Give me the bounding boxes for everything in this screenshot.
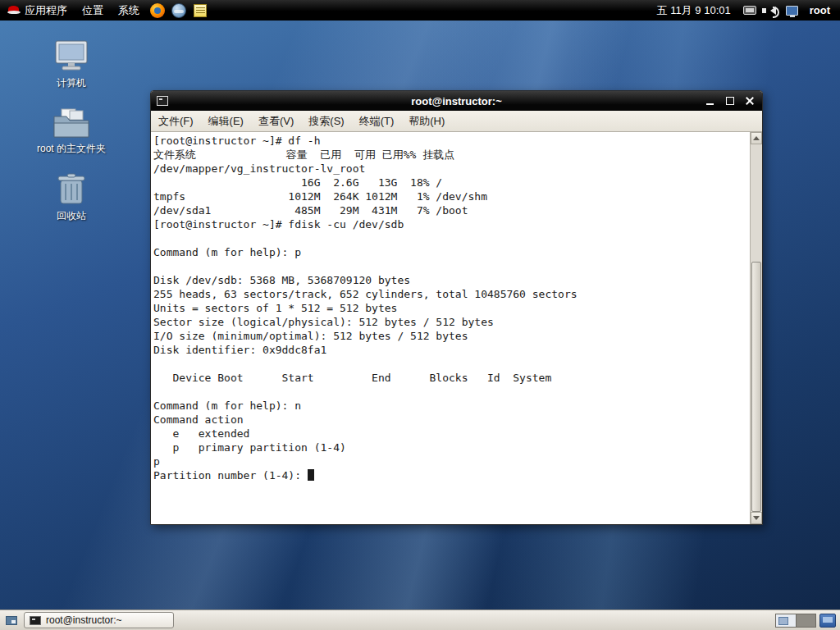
terminal-output-line: 255 heads, 63 sectors/track, 652 cylinde… — [153, 287, 748, 301]
terminal-prompt-text: Partition number (1-4): — [153, 469, 308, 482]
terminal-output: [root@instructor ~]# df -h文件系统 容量 已用 可用 … — [153, 134, 748, 524]
terminal-menubar: 文件(F)编辑(E)查看(V)搜索(S)终端(T)帮助(H) — [151, 111, 762, 132]
terminal-output-line — [153, 259, 748, 273]
maximize-icon[interactable] — [725, 96, 735, 106]
terminal-menu-item[interactable]: 帮助(H) — [401, 111, 452, 132]
taskbar-window-label: root@instructor:~ — [46, 614, 122, 626]
desktop: 应用程序 位置 系统 五 11月 9 10:01 root — [0, 0, 840, 630]
scrollbar-thumb[interactable] — [751, 262, 761, 512]
terminal-menu-item[interactable]: 终端(T) — [352, 111, 402, 132]
monitor-applet-icon[interactable] — [819, 614, 836, 628]
terminal-output-lines: [root@instructor ~]# df -h文件系统 容量 已用 可用 … — [153, 134, 748, 468]
terminal-output-line: /dev/sda1 485M 29M 431M 7% /boot — [153, 203, 748, 217]
computer-icon — [52, 39, 91, 74]
terminal-current-line: Partition number (1-4): — [153, 468, 748, 482]
workspace-2[interactable] — [796, 614, 815, 627]
terminal-output-line — [153, 385, 748, 399]
close-icon[interactable] — [745, 96, 755, 106]
workspace-1[interactable] — [776, 614, 796, 627]
terminal-menu-item[interactable]: 文件(F) — [151, 111, 201, 132]
trash-icon — [53, 172, 89, 207]
arrow-up-icon — [753, 133, 760, 140]
scroll-up-button[interactable] — [751, 132, 762, 144]
firefox-launcher[interactable] — [147, 0, 168, 21]
screen-icon — [743, 6, 756, 15]
terminal-scrollbar[interactable] — [750, 132, 762, 524]
terminal-output-line: Command (m for help): n — [153, 399, 748, 413]
volume-icon — [766, 7, 776, 15]
display-indicator[interactable] — [782, 0, 803, 21]
terminal-output-line: Disk /dev/sdb: 5368 MB, 5368709120 bytes — [153, 273, 748, 287]
terminal-output-line: Disk identifier: 0x9ddc8fa1 — [153, 343, 748, 357]
terminal-output-line: e extended — [153, 427, 748, 441]
clock[interactable]: 五 11月 9 10:01 — [649, 3, 739, 18]
minimize-icon[interactable] — [705, 96, 715, 106]
system-menu[interactable]: 系统 — [111, 0, 147, 21]
firefox-icon — [150, 3, 165, 18]
screen-indicator[interactable] — [739, 0, 760, 21]
show-desktop-button[interactable] — [2, 612, 21, 628]
terminal-output-line: 16G 2.6G 13G 18% / — [153, 176, 748, 189]
places-menu[interactable]: 位置 — [75, 0, 111, 21]
terminal-cursor — [308, 469, 314, 481]
terminal-area[interactable]: [root@instructor ~]# df -h文件系统 容量 已用 可用 … — [151, 132, 762, 524]
terminal-output-line: Device Boot Start End Blocks Id System — [153, 371, 748, 385]
terminal-task-icon — [30, 616, 41, 625]
window-controls — [705, 96, 762, 106]
desktop-icon-label: 计算机 — [57, 77, 86, 89]
terminal-menu-item[interactable]: 查看(V) — [251, 111, 301, 132]
terminal-menu-item[interactable]: 搜索(S) — [301, 111, 351, 132]
applications-menu-label: 应用程序 — [25, 3, 67, 18]
terminal-window: root@instructor:~ 文件(F)编辑(E)查看(V)搜索(S)终端… — [150, 90, 763, 525]
note-icon — [194, 4, 207, 17]
terminal-output-line: Command action — [153, 413, 748, 427]
applications-menu[interactable]: 应用程序 — [0, 0, 75, 21]
terminal-output-line: p — [153, 454, 748, 468]
workspace-switcher — [775, 614, 816, 628]
terminal-output-line: [root@instructor ~]# fdisk -cu /dev/sdb — [153, 217, 748, 231]
arrow-down-icon — [753, 516, 760, 523]
show-desktop-icon — [6, 616, 17, 625]
desktop-icon-home-folder[interactable]: root 的主文件夹 — [26, 107, 116, 155]
notes-launcher[interactable] — [189, 0, 211, 21]
top-panel: 应用程序 位置 系统 五 11月 9 10:01 root — [0, 0, 840, 21]
terminal-output-line: Units = sectors of 1 * 512 = 512 bytes — [153, 301, 748, 315]
volume-indicator[interactable] — [760, 0, 782, 21]
terminal-output-line: 文件系统 容量 已用 可用 已用%% 挂载点 — [153, 148, 748, 162]
terminal-output-line — [153, 231, 748, 245]
terminal-output-line: Command (m for help): p — [153, 245, 748, 259]
terminal-output-line: /dev/mapper/vg_instructor-lv_root — [153, 162, 748, 176]
desktop-icon-label: 回收站 — [57, 210, 86, 222]
taskbar-window-button[interactable]: root@instructor:~ — [24, 612, 174, 628]
desktop-icon-computer[interactable]: 计算机 — [26, 39, 116, 89]
home-folder-icon — [52, 107, 91, 139]
scroll-down-button[interactable] — [751, 512, 762, 524]
system-menu-label: 系统 — [118, 3, 139, 18]
user-switcher[interactable]: root — [803, 4, 840, 16]
display-icon — [786, 6, 798, 16]
terminal-output-line — [153, 357, 748, 371]
terminal-menu-item[interactable]: 编辑(E) — [201, 111, 251, 132]
places-menu-label: 位置 — [82, 3, 103, 18]
window-title: root@instructor:~ — [151, 95, 762, 107]
terminal-output-line: p primary partition (1-4) — [153, 441, 748, 454]
desktop-icon-trash[interactable]: 回收站 — [26, 172, 116, 222]
redhat-logo-icon — [7, 6, 21, 16]
globe-icon — [171, 3, 186, 18]
terminal-output-line: tmpfs 1012M 264K 1012M 1% /dev/shm — [153, 189, 748, 203]
window-titlebar[interactable]: root@instructor:~ — [151, 91, 762, 111]
terminal-output-line: [root@instructor ~]# df -h — [153, 134, 748, 148]
bottom-panel: root@instructor:~ — [0, 609, 840, 630]
terminal-output-line: I/O size (minimum/optimal): 512 bytes / … — [153, 329, 748, 343]
terminal-output-line: Sector size (logical/physical): 512 byte… — [153, 315, 748, 329]
web-launcher[interactable] — [168, 0, 189, 21]
desktop-icon-label: root 的主文件夹 — [37, 143, 106, 155]
scrollbar-track[interactable] — [751, 144, 762, 512]
